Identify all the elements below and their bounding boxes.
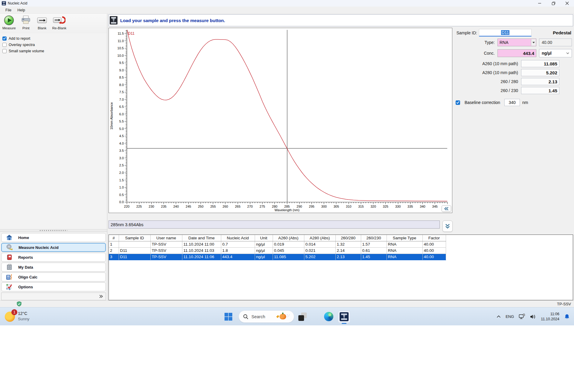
- clock[interactable]: 11:06 11.10.2024: [541, 312, 559, 322]
- conc-unit-select[interactable]: ng/µl: [539, 49, 572, 57]
- sidebar-collapse-button[interactable]: [1, 293, 106, 300]
- column-header[interactable]: Sample Type: [387, 235, 422, 241]
- app-window: Nucleic Acid File Help Measure: [0, 0, 574, 307]
- notification-bell-icon[interactable]: [564, 314, 570, 320]
- svg-text:4.5: 4.5: [119, 134, 124, 138]
- menu-file[interactable]: File: [2, 7, 14, 13]
- svg-text:2.5: 2.5: [119, 163, 124, 167]
- measure-button[interactable]: Measure: [2, 15, 16, 30]
- svg-text:11.0: 11.0: [117, 39, 124, 43]
- a280-label: A280 (10 mm path): [456, 70, 521, 75]
- checkbox-overlay-spectra[interactable]: Overlay spectra: [2, 42, 107, 48]
- table-cell: 2.14: [335, 247, 361, 254]
- column-header[interactable]: 260/230: [361, 235, 387, 241]
- svg-text:9.0: 9.0: [119, 68, 124, 72]
- reblank-button[interactable]: Re-Blank: [52, 15, 66, 30]
- blank-button[interactable]: Blank: [36, 15, 48, 30]
- table-cell: 1.8: [221, 247, 255, 254]
- baseline-checkbox[interactable]: [456, 100, 460, 105]
- message-bar: Load your sample and press the measure b…: [109, 14, 573, 26]
- tray-time: 11:06: [541, 312, 559, 317]
- checkbox-small-sample-volume[interactable]: Small sample volume: [2, 48, 107, 54]
- table-cell: 3: [109, 254, 119, 260]
- results-table[interactable]: #Sample IDUser nameDate and TimeNucleic …: [109, 235, 446, 260]
- checkbox-add-to-report[interactable]: Add to report: [2, 35, 107, 42]
- sidebar-item-my-data[interactable]: My Data: [1, 263, 106, 272]
- sidebar-item-measure-nucleic-acid[interactable]: Measure Nucleic Acid: [1, 243, 106, 252]
- column-header[interactable]: #: [109, 235, 119, 241]
- sidebar-item-home[interactable]: Home: [1, 233, 106, 242]
- conc-field[interactable]: 443.4: [497, 49, 536, 57]
- ratio-260-280-label: 260 / 280: [456, 79, 521, 84]
- table-cell: RNA: [387, 247, 422, 254]
- measure-options: Add to report Overlay spectra Small samp…: [0, 33, 107, 54]
- svg-text:245: 245: [186, 205, 191, 208]
- tray-chevron-up-icon[interactable]: [497, 315, 501, 318]
- svg-text:225: 225: [136, 205, 142, 208]
- panel-splitter[interactable]: [0, 229, 107, 232]
- restore-button[interactable]: [546, 0, 560, 7]
- sidebar-item-reports[interactable]: Reports: [1, 253, 106, 262]
- column-header[interactable]: Factor: [422, 235, 446, 241]
- column-header[interactable]: 260/280: [335, 235, 361, 241]
- network-icon[interactable]: [519, 314, 525, 320]
- search-box[interactable]: Search: [239, 310, 294, 323]
- table-cell: 2.13: [335, 254, 361, 260]
- table-cell: 11.085: [273, 254, 304, 260]
- close-button[interactable]: [560, 0, 574, 7]
- type-select[interactable]: RNA: [497, 39, 536, 46]
- minimize-button[interactable]: [533, 0, 546, 7]
- a260-value: 11.085: [521, 60, 559, 67]
- edge-browser-button[interactable]: [324, 312, 333, 321]
- sidebar-item-oligo-calc[interactable]: Oligo Calc: [1, 272, 106, 281]
- svg-text:345: 345: [432, 205, 438, 208]
- nucleic-acid-app-button[interactable]: [338, 310, 351, 324]
- table-row[interactable]: 1TP-SSV11.10.2024 11:000.7ng/µl0.0190.01…: [109, 241, 446, 247]
- column-header[interactable]: A260 (Abs): [273, 235, 304, 241]
- print-button[interactable]: Print: [20, 15, 32, 30]
- screenshot-padding: [0, 325, 574, 392]
- home-icon: [6, 234, 13, 241]
- svg-text:335: 335: [407, 205, 413, 208]
- sidebar-item-options[interactable]: Options: [1, 282, 106, 291]
- svg-text:270: 270: [247, 205, 253, 208]
- svg-text:275: 275: [259, 205, 265, 208]
- menu-help[interactable]: Help: [14, 7, 28, 13]
- column-header[interactable]: Date and Time: [182, 235, 221, 241]
- file-cabinet-icon: [6, 264, 13, 271]
- language-indicator[interactable]: ENG: [506, 314, 514, 319]
- table-cell: 40.00: [422, 254, 446, 260]
- column-header[interactable]: Sample ID: [119, 235, 150, 241]
- column-header[interactable]: Unit: [255, 235, 273, 241]
- table-row[interactable]: 3D11TP-SSV11.10.2024 11:06443.4ng/µl11.0…: [109, 254, 446, 260]
- table-cell: 0.61: [361, 247, 387, 254]
- chart-collapse-button[interactable]: [442, 205, 451, 212]
- svg-text:295: 295: [309, 205, 314, 208]
- measure-tape-icon: [6, 244, 13, 251]
- notification-badge: 1: [11, 309, 17, 315]
- ratio-260-280-value: 2.13: [521, 78, 559, 85]
- sidebar-nav: Home Measure Nucleic Acid Reports My Dat…: [0, 232, 107, 292]
- svg-text:290: 290: [297, 205, 302, 208]
- svg-text:8.0: 8.0: [119, 83, 124, 87]
- column-header[interactable]: User name: [150, 235, 182, 241]
- sample-id-input[interactable]: D11: [479, 29, 532, 36]
- weather-widget[interactable]: 1 12°C Sunny: [5, 310, 29, 322]
- table-cell: ng/µl: [255, 254, 273, 260]
- table-row[interactable]: 2D11TP-SSV11.10.2024 11:031.8ng/µl0.0450…: [109, 247, 446, 254]
- start-button[interactable]: [222, 311, 234, 323]
- spectrum-chart[interactable]: 2202252302352402452502552602652702752802…: [109, 28, 452, 213]
- table-cell: ng/µl: [255, 241, 273, 247]
- app-status-bar: TP-SSV: [0, 300, 574, 307]
- column-header[interactable]: A280 (Abs): [304, 235, 335, 241]
- expand-table-button[interactable]: [442, 220, 453, 232]
- reblank-icon: [53, 15, 65, 26]
- table-cell: 0.019: [273, 241, 304, 247]
- volume-icon[interactable]: [530, 314, 536, 319]
- task-view-button[interactable]: [298, 313, 307, 321]
- baseline-wavelength-input[interactable]: 340: [504, 99, 520, 106]
- svg-text:10mm Absorbance: 10mm Absorbance: [110, 102, 113, 130]
- column-header[interactable]: Nucleic Acid: [221, 235, 255, 241]
- svg-text:265: 265: [235, 205, 240, 208]
- double-chevron-right-icon: [99, 295, 103, 298]
